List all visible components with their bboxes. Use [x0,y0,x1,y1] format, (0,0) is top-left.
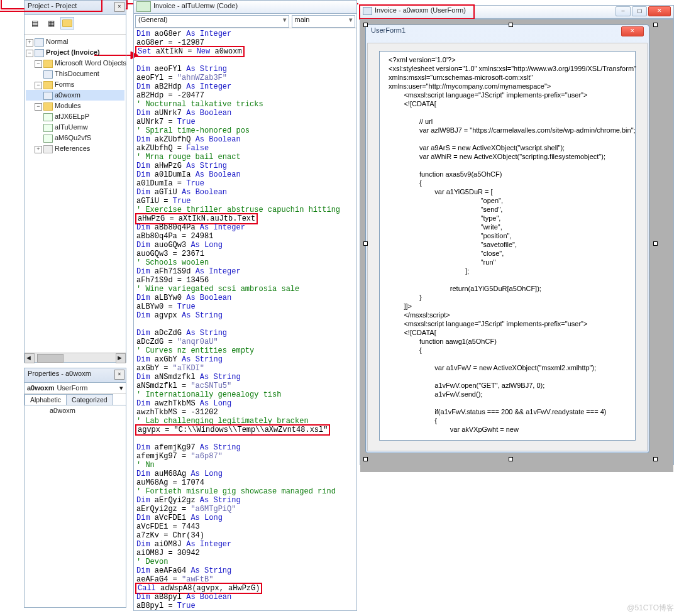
toggle-folder-icon[interactable] [60,17,74,30]
node-project[interactable]: Project (Invoice) [26,47,124,58]
userform-caption-text: UserForm1 [371,26,406,34]
code-window-titlebar[interactable]: Invoice - aITuUemw (Code) [134,1,356,14]
close-icon[interactable]: × [114,370,124,380]
project-tree[interactable]: Normal Project (Invoice) Microsoft Word … [25,35,126,156]
node-mod3[interactable]: aM6Qu2vfS [26,133,124,143]
node-a0woxm[interactable]: a0woxm [26,90,124,101]
property-value[interactable]: a0woxm [25,407,126,414]
view-code-icon[interactable]: ▤ [28,17,41,30]
close-icon[interactable]: × [114,2,124,12]
tab-alphabetic[interactable]: Alphabetic [25,394,67,405]
code-module-icon [136,1,151,12]
node-mod1[interactable]: afJX6ELpP [26,111,124,122]
close-icon[interactable]: ✕ [648,6,671,16]
properties-combo[interactable]: a0woxmUserForm▾ [25,383,126,394]
maximize-icon[interactable]: ▢ [632,6,647,16]
scrollbar-horizontal[interactable]: ◄► [25,353,126,362]
textbox-aujtb[interactable]: <?xml version='1.0'?> <xsl:stylesheet ve… [379,51,636,441]
node-mwo[interactable]: Microsoft Word Objects [26,58,124,69]
tab-categorized[interactable]: Categorized [66,394,113,405]
userform-window: Invoice - a0woxm (UserForm) – ▢ ✕ UserFo… [360,5,674,465]
code-object-dropdown[interactable]: (General) [135,15,289,28]
textbox-content: <?xml version='1.0'?> <xsl:stylesheet ve… [380,52,635,437]
watermark: @51CTO博客 [627,603,674,613]
properties-pane: Properties - a0woxm × a0woxmUserForm▾ Al… [24,368,126,608]
userform-caption: UserForm1 ✕ [366,25,649,41]
node-modules[interactable]: Modules [26,101,124,111]
code-proc-dropdown[interactable]: main [292,15,355,28]
properties-list[interactable]: a0woxm [25,405,126,595]
project-toolbar: ▤ ▦ [25,15,126,35]
node-normal[interactable]: Normal [26,36,124,47]
form-designer-canvas[interactable]: UserForm1 ✕ <?xml version='1.0'?> <xsl:s… [360,19,673,472]
project-explorer-pane: Project - Project × ▤ ▦ Normal Project (… [24,0,126,363]
node-thisdocument[interactable]: ThisDocument [26,69,124,79]
node-mod2[interactable]: aITuUemw [26,122,124,133]
view-object-icon[interactable]: ▦ [44,17,58,30]
properties-pane-title-text: Properties - a0woxm [28,370,91,377]
node-references[interactable]: References [26,143,124,154]
node-forms[interactable]: Forms [26,79,124,90]
properties-pane-title: Properties - a0woxm × [25,368,126,383]
close-icon[interactable]: ✕ [621,26,644,36]
minimize-icon[interactable]: – [616,6,631,16]
code-editor[interactable]: Dim aoG8er As Integer aoG8er = -12987 Se… [134,28,356,610]
code-window: Invoice - aITuUemw (Code) (General) main… [133,0,357,611]
userform-frame[interactable]: UserForm1 ✕ <?xml version='1.0'?> <xsl:s… [365,25,649,453]
code-window-title: Invoice - aITuUemw (Code) [153,2,238,9]
